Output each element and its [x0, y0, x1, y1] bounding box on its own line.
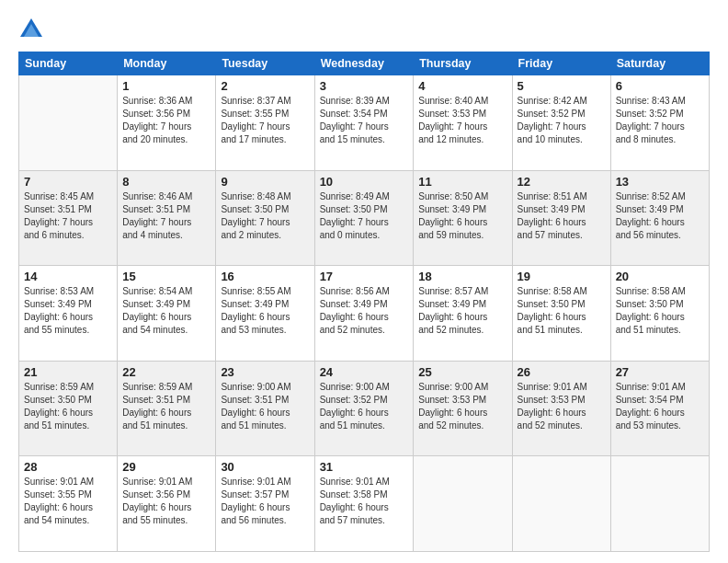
day-number: 16: [221, 270, 309, 283]
day-info: Sunrise: 8:45 AM Sunset: 3:51 PM Dayligh…: [24, 190, 112, 242]
calendar-cell: 10Sunrise: 8:49 AM Sunset: 3:50 PM Dayli…: [314, 170, 414, 266]
day-number: 11: [418, 175, 506, 189]
day-number: 29: [122, 460, 210, 474]
day-number: 7: [24, 175, 112, 189]
calendar-cell: 21Sunrise: 8:59 AM Sunset: 3:50 PM Dayli…: [19, 361, 118, 456]
calendar-week-row: 28Sunrise: 9:01 AM Sunset: 3:55 PM Dayli…: [19, 456, 710, 552]
calendar-cell: [512, 456, 610, 552]
calendar-cell: 24Sunrise: 9:00 AM Sunset: 3:52 PM Dayli…: [314, 361, 414, 456]
weekday-header-monday: Monday: [118, 52, 216, 75]
calendar-week-row: 14Sunrise: 8:53 AM Sunset: 3:49 PM Dayli…: [19, 266, 710, 362]
calendar-cell: 13Sunrise: 8:52 AM Sunset: 3:49 PM Dayli…: [610, 170, 709, 266]
calendar-cell: [19, 75, 118, 171]
calendar-cell: 15Sunrise: 8:54 AM Sunset: 3:49 PM Dayli…: [118, 266, 216, 362]
calendar-week-row: 1Sunrise: 8:36 AM Sunset: 3:56 PM Daylig…: [19, 75, 710, 171]
day-number: 22: [122, 365, 210, 379]
day-number: 2: [221, 79, 309, 93]
day-number: 28: [24, 460, 112, 474]
day-number: 17: [320, 270, 409, 283]
calendar-cell: 18Sunrise: 8:57 AM Sunset: 3:49 PM Dayli…: [414, 266, 512, 362]
calendar-cell: 8Sunrise: 8:46 AM Sunset: 3:51 PM Daylig…: [118, 170, 216, 266]
calendar-cell: 26Sunrise: 9:01 AM Sunset: 3:53 PM Dayli…: [512, 361, 610, 456]
day-info: Sunrise: 8:54 AM Sunset: 3:49 PM Dayligh…: [122, 285, 210, 337]
day-number: 8: [122, 175, 210, 189]
day-number: 30: [221, 460, 309, 474]
day-info: Sunrise: 9:01 AM Sunset: 3:55 PM Dayligh…: [24, 476, 112, 527]
day-number: 10: [320, 175, 409, 189]
day-info: Sunrise: 8:48 AM Sunset: 3:50 PM Dayligh…: [221, 190, 309, 242]
day-number: 26: [518, 365, 606, 379]
day-info: Sunrise: 8:55 AM Sunset: 3:49 PM Dayligh…: [221, 285, 309, 337]
calendar-cell: 30Sunrise: 9:01 AM Sunset: 3:57 PM Dayli…: [216, 456, 314, 552]
weekday-header-saturday: Saturday: [610, 52, 709, 75]
calendar-cell: 20Sunrise: 8:58 AM Sunset: 3:50 PM Dayli…: [610, 266, 709, 362]
calendar-cell: 11Sunrise: 8:50 AM Sunset: 3:49 PM Dayli…: [414, 170, 512, 266]
calendar-cell: 4Sunrise: 8:40 AM Sunset: 3:53 PM Daylig…: [414, 75, 512, 171]
day-number: 15: [122, 270, 210, 283]
day-info: Sunrise: 9:00 AM Sunset: 3:51 PM Dayligh…: [221, 381, 309, 432]
weekday-header-tuesday: Tuesday: [216, 52, 314, 75]
day-info: Sunrise: 9:00 AM Sunset: 3:52 PM Dayligh…: [320, 381, 409, 432]
day-info: Sunrise: 9:01 AM Sunset: 3:56 PM Dayligh…: [122, 476, 210, 527]
day-info: Sunrise: 8:58 AM Sunset: 3:50 PM Dayligh…: [616, 285, 704, 337]
day-info: Sunrise: 9:01 AM Sunset: 3:57 PM Dayligh…: [221, 476, 309, 527]
day-number: 24: [320, 365, 409, 379]
day-info: Sunrise: 8:57 AM Sunset: 3:49 PM Dayligh…: [418, 285, 506, 337]
day-info: Sunrise: 8:51 AM Sunset: 3:49 PM Dayligh…: [518, 190, 606, 242]
day-info: Sunrise: 9:01 AM Sunset: 3:53 PM Dayligh…: [518, 381, 606, 432]
day-info: Sunrise: 9:01 AM Sunset: 3:54 PM Dayligh…: [616, 381, 704, 432]
day-info: Sunrise: 8:59 AM Sunset: 3:51 PM Dayligh…: [122, 381, 210, 432]
calendar-cell: 23Sunrise: 9:00 AM Sunset: 3:51 PM Dayli…: [216, 361, 314, 456]
day-number: 12: [518, 175, 606, 189]
weekday-header-wednesday: Wednesday: [314, 52, 414, 75]
day-info: Sunrise: 8:49 AM Sunset: 3:50 PM Dayligh…: [320, 190, 409, 242]
day-info: Sunrise: 8:36 AM Sunset: 3:56 PM Dayligh…: [122, 95, 210, 146]
day-info: Sunrise: 8:42 AM Sunset: 3:52 PM Dayligh…: [518, 95, 606, 146]
day-number: 1: [122, 79, 210, 93]
calendar-cell: [610, 456, 709, 552]
calendar-cell: 28Sunrise: 9:01 AM Sunset: 3:55 PM Dayli…: [19, 456, 118, 552]
calendar-cell: 27Sunrise: 9:01 AM Sunset: 3:54 PM Dayli…: [610, 361, 709, 456]
day-info: Sunrise: 8:53 AM Sunset: 3:49 PM Dayligh…: [24, 285, 112, 337]
calendar-cell: 6Sunrise: 8:43 AM Sunset: 3:52 PM Daylig…: [610, 75, 709, 171]
day-number: 18: [418, 270, 506, 283]
day-info: Sunrise: 8:58 AM Sunset: 3:50 PM Dayligh…: [518, 285, 606, 337]
day-number: 23: [221, 365, 309, 379]
day-info: Sunrise: 8:40 AM Sunset: 3:53 PM Dayligh…: [418, 95, 506, 146]
day-info: Sunrise: 8:37 AM Sunset: 3:55 PM Dayligh…: [221, 95, 309, 146]
calendar-cell: 12Sunrise: 8:51 AM Sunset: 3:49 PM Dayli…: [512, 170, 610, 266]
header: [18, 17, 710, 42]
day-info: Sunrise: 9:01 AM Sunset: 3:58 PM Dayligh…: [320, 476, 409, 527]
calendar-week-row: 21Sunrise: 8:59 AM Sunset: 3:50 PM Dayli…: [19, 361, 710, 456]
day-info: Sunrise: 8:59 AM Sunset: 3:50 PM Dayligh…: [24, 381, 112, 432]
calendar-cell: 25Sunrise: 9:00 AM Sunset: 3:53 PM Dayli…: [414, 361, 512, 456]
calendar-cell: 31Sunrise: 9:01 AM Sunset: 3:58 PM Dayli…: [314, 456, 414, 552]
calendar-cell: 29Sunrise: 9:01 AM Sunset: 3:56 PM Dayli…: [118, 456, 216, 552]
day-info: Sunrise: 8:52 AM Sunset: 3:49 PM Dayligh…: [616, 190, 704, 242]
calendar-cell: 19Sunrise: 8:58 AM Sunset: 3:50 PM Dayli…: [512, 266, 610, 362]
day-info: Sunrise: 9:00 AM Sunset: 3:53 PM Dayligh…: [418, 381, 506, 432]
day-number: 19: [518, 270, 606, 283]
day-number: 6: [616, 79, 704, 93]
calendar-cell: 17Sunrise: 8:56 AM Sunset: 3:49 PM Dayli…: [314, 266, 414, 362]
calendar-cell: 9Sunrise: 8:48 AM Sunset: 3:50 PM Daylig…: [216, 170, 314, 266]
calendar-cell: [414, 456, 512, 552]
logo-icon: [18, 17, 44, 42]
day-info: Sunrise: 8:56 AM Sunset: 3:49 PM Dayligh…: [320, 285, 409, 337]
calendar-week-row: 7Sunrise: 8:45 AM Sunset: 3:51 PM Daylig…: [19, 170, 710, 266]
calendar-cell: 5Sunrise: 8:42 AM Sunset: 3:52 PM Daylig…: [512, 75, 610, 171]
calendar-cell: 22Sunrise: 8:59 AM Sunset: 3:51 PM Dayli…: [118, 361, 216, 456]
calendar-table: SundayMondayTuesdayWednesdayThursdayFrid…: [18, 52, 710, 552]
logo: [18, 17, 48, 42]
day-number: 31: [320, 460, 409, 474]
weekday-header-sunday: Sunday: [19, 52, 118, 75]
day-info: Sunrise: 8:46 AM Sunset: 3:51 PM Dayligh…: [122, 190, 210, 242]
day-number: 27: [616, 365, 704, 379]
day-number: 21: [24, 365, 112, 379]
day-info: Sunrise: 8:39 AM Sunset: 3:54 PM Dayligh…: [320, 95, 409, 146]
calendar-cell: 1Sunrise: 8:36 AM Sunset: 3:56 PM Daylig…: [118, 75, 216, 171]
day-number: 20: [616, 270, 704, 283]
day-number: 25: [418, 365, 506, 379]
calendar-cell: 3Sunrise: 8:39 AM Sunset: 3:54 PM Daylig…: [314, 75, 414, 171]
page: SundayMondayTuesdayWednesdayThursdayFrid…: [0, 0, 728, 563]
